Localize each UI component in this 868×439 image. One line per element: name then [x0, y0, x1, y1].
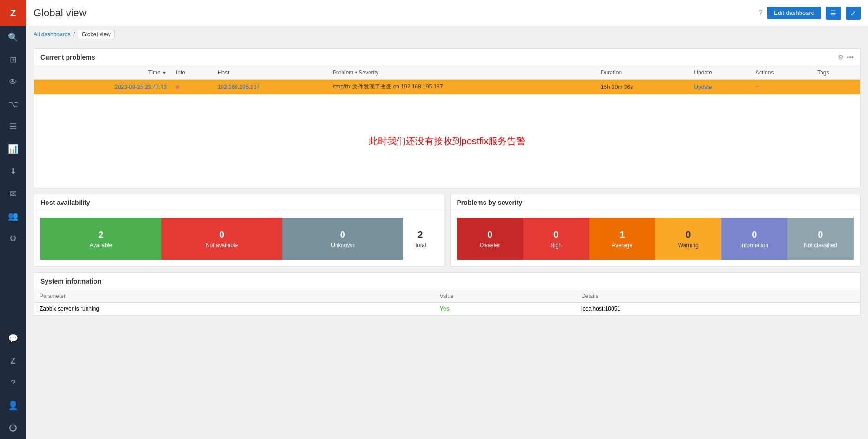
host-availability-title: Host availability: [40, 199, 90, 206]
row-host-link[interactable]: 192.168.195.137: [218, 84, 260, 90]
sysinfo-parameter: Zabbix server is running: [34, 303, 434, 315]
edit-dashboard-button[interactable]: Edit dashboard: [767, 7, 821, 19]
sidebar-item-settings[interactable]: ⚙: [0, 227, 26, 250]
sidebar-item-network[interactable]: ⌥: [0, 93, 26, 115]
page-title: Global view: [34, 7, 759, 19]
current-problems-table: Time ▼ Info Host Problem • Severity Dura…: [34, 66, 860, 95]
current-problems-title: Current problems: [40, 54, 95, 61]
sidebar-item-mail[interactable]: ✉: [0, 182, 26, 205]
ps-warning-label: Warning: [678, 242, 699, 249]
ps-average-count: 1: [619, 230, 625, 240]
col-problem: Problem • Severity: [328, 66, 596, 80]
ha-total: 2 Total: [403, 230, 437, 249]
ps-bars: 0 Disaster 0 High 1 Average 0: [457, 218, 854, 260]
row-time: 2023-09-25 23:47:43: [34, 80, 171, 95]
sidebar-logo[interactable]: Z: [0, 0, 26, 26]
ps-information-count: 0: [752, 230, 757, 240]
row-time-link[interactable]: 2023-09-25 23:47:43: [114, 84, 166, 90]
sidebar-item-download[interactable]: ⬇: [0, 160, 26, 182]
row-actions: ↑: [751, 80, 813, 95]
ha-bar-not-available: 0 Not available: [161, 218, 283, 260]
ha-bar-available: 2 Available: [40, 218, 161, 260]
center-message: 此时我们还没有接收到postfix服务告警: [34, 95, 860, 188]
fullscreen-button[interactable]: ⤢: [846, 7, 861, 20]
sidebar-item-support[interactable]: 💬: [0, 327, 26, 350]
breadcrumb-separator: /: [73, 31, 74, 38]
ps-bar-information: 0 Information: [721, 218, 787, 260]
gear-icon[interactable]: ⚙: [838, 54, 844, 61]
action-icon[interactable]: ↑: [755, 83, 759, 91]
menu-button[interactable]: ☰: [826, 7, 841, 20]
topbar-actions: ? Edit dashboard ☰ ⤢: [759, 7, 861, 20]
current-problems-panel: Current problems ⚙ ••• Time ▼ Info: [34, 48, 861, 188]
row-duration: 15h 30m 36s: [596, 80, 690, 95]
breadcrumb: All dashboards / Global view: [26, 26, 868, 43]
sidebar-item-monitoring[interactable]: 👁: [0, 71, 26, 93]
system-information-title: System information: [40, 277, 101, 285]
row-host: 192.168.195.137: [213, 80, 328, 95]
ha-available-count: 2: [98, 230, 103, 240]
sidebar-item-power[interactable]: ⏻: [0, 417, 26, 439]
ps-content: 0 Disaster 0 High 1 Average 0: [451, 211, 861, 266]
sysinfo-col-parameter: Parameter: [34, 290, 434, 303]
ps-not-classified-label: Not classified: [804, 242, 837, 249]
ps-high-count: 0: [553, 230, 558, 240]
sidebar-item-list[interactable]: ☰: [0, 115, 26, 138]
panel-toolbar: ⚙ •••: [838, 54, 854, 61]
sidebar-item-dashboard[interactable]: ⊞: [0, 48, 26, 71]
bottom-panels: Host availability 2 Available 0 Not avai…: [34, 194, 861, 267]
col-tags: Tags: [813, 66, 860, 80]
more-icon[interactable]: •••: [847, 54, 854, 61]
system-information-panel: System information Parameter Value Detai…: [34, 272, 861, 316]
row-info: [171, 80, 213, 95]
ps-high-label: High: [550, 242, 562, 249]
info-dot-icon: [176, 85, 180, 89]
col-update: Update: [689, 66, 751, 80]
col-actions: Actions: [751, 66, 813, 80]
ha-total-label: Total: [414, 242, 426, 249]
sidebar-item-help[interactable]: ?: [0, 372, 26, 394]
col-info: Info: [171, 66, 213, 80]
ha-bar-unknown: 0 Unknown: [282, 218, 403, 260]
sidebar-item-users[interactable]: 👥: [0, 205, 26, 227]
problems-severity-title: Problems by severity: [457, 199, 523, 206]
sidebar-item-zabbix[interactable]: Z: [0, 350, 26, 372]
ps-bar-not-classified: 0 Not classified: [787, 218, 854, 260]
ps-disaster-count: 0: [487, 230, 492, 240]
topbar: Global view ? Edit dashboard ☰ ⤢: [26, 0, 868, 26]
sort-arrow[interactable]: ▼: [162, 70, 167, 75]
sidebar-item-user[interactable]: 👤: [0, 394, 26, 417]
current-problems-header: Current problems ⚙ •••: [34, 49, 860, 66]
ps-average-label: Average: [612, 242, 632, 249]
sidebar-item-chart[interactable]: 📊: [0, 138, 26, 160]
help-icon[interactable]: ?: [759, 9, 763, 17]
ps-bar-warning: 0 Warning: [655, 218, 721, 260]
current-problems-table-wrap: Time ▼ Info Host Problem • Severity Dura…: [34, 66, 860, 188]
ha-not-available-count: 0: [219, 230, 224, 240]
ps-bar-disaster: 0 Disaster: [457, 218, 523, 260]
ha-total-count: 2: [417, 230, 423, 240]
breadcrumb-current: Global view: [78, 30, 115, 39]
system-information-table: Parameter Value Details Zabbix server is…: [34, 290, 860, 315]
sysinfo-value: Yes: [434, 303, 576, 315]
col-duration: Duration: [596, 66, 690, 80]
system-information-header: System information: [34, 273, 860, 290]
sysinfo-value-yes: Yes: [440, 305, 450, 312]
breadcrumb-all-dashboards[interactable]: All dashboards: [34, 31, 70, 38]
ha-unknown-count: 0: [340, 230, 345, 240]
host-availability-header: Host availability: [34, 194, 444, 211]
row-update-link[interactable]: Update: [694, 84, 712, 90]
sysinfo-col-details: Details: [576, 290, 860, 303]
content-area: Current problems ⚙ ••• Time ▼ Info: [26, 43, 868, 439]
ps-information-label: Information: [740, 242, 768, 249]
ps-not-classified-count: 0: [818, 230, 823, 240]
ha-unknown-label: Unknown: [331, 242, 354, 249]
ps-warning-count: 0: [686, 230, 691, 240]
host-availability-panel: Host availability 2 Available 0 Not avai…: [34, 194, 444, 267]
table-row: Zabbix server is running Yes localhost:1…: [34, 303, 860, 315]
sysinfo-col-value: Value: [434, 290, 576, 303]
sidebar: Z 🔍 ⊞ 👁 ⌥ ☰ 📊 ⬇ ✉ 👥 ⚙ 💬 Z ? 👤 ⏻: [0, 0, 26, 439]
ha-content: 2 Available 0 Not available 0 Unknown: [34, 211, 444, 266]
sidebar-item-search[interactable]: 🔍: [0, 26, 26, 48]
ps-bar-average: 1 Average: [589, 218, 655, 260]
